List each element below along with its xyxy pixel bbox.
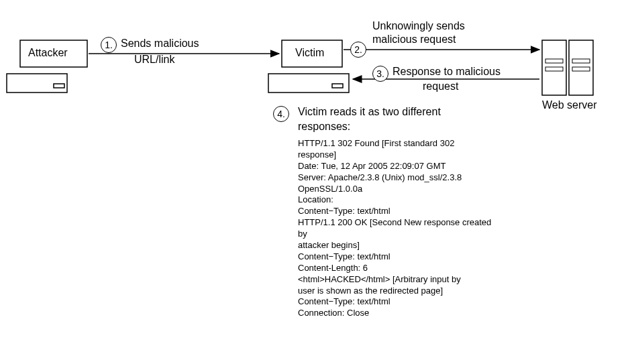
svg-rect-12 [572,67,590,71]
step-4-body-line: Content−Type: text/html [298,251,499,263]
step-4-body-line: attacker begins] [298,240,499,251]
svg-rect-5 [268,74,349,93]
step-1-number: 1. [101,37,117,53]
attacker-label: Attacker [28,47,68,59]
svg-rect-9 [545,59,563,63]
svg-rect-6 [332,84,343,88]
step-4-body-line: Location: [298,194,499,206]
step-4-body-line: HTTP/1.1 200 OK [Second New response cre… [298,217,499,240]
diagram-canvas: Attacker Victim Web server 1. Sends mali… [0,0,628,364]
step-4-body-line: Date: Tue, 12 Apr 2005 22:09:07 GMT [298,161,499,172]
step-3-number: 3. [372,66,388,82]
svg-rect-11 [572,59,590,63]
step-2-text-line1: Unknowingly sends [372,20,465,32]
step-4-body-line: <html>HACKED</html> [Arbitrary input by [298,274,499,286]
step-4-body-line: Server: Apache/2.3.8 (Unix) mod_ssl/2.3.… [298,172,499,184]
step-3-text-line2: request [423,80,458,93]
step-4-body-line: user is shown as the redirected page] [298,286,499,297]
step-2-text-line2: malicious request [372,34,456,46]
step-4-body-line: Content-Length: 6 [298,263,499,274]
step-4-body-line: Content−Type: text/html [298,296,499,308]
web-server-icon [542,40,593,95]
step-4-body-line: HTTP/1.1 302 Found [First standard 302 [298,138,499,149]
step-1-text-line2: URL/link [134,54,174,66]
step-1-text-line1: Sends malicious [121,38,199,50]
step-4-body-line: response] [298,149,499,161]
step-4-heading-line2: responses: [298,121,350,133]
webserver-label: Web server [542,99,597,111]
step-4-body-line: Connection: Close [298,308,499,319]
step-4-heading-line1: Victim reads it as two different [298,106,441,118]
step-2-number: 2. [350,42,366,58]
step-4-body-line: OpenSSL/1.0.0a [298,184,499,195]
step-3-text-line1: Response to malicious [392,66,501,78]
step-4-body-line: Content−Type: text/html [298,206,499,217]
svg-rect-10 [545,67,563,71]
step-4-number: 4. [273,106,289,122]
victim-label: Victim [295,47,324,59]
svg-rect-3 [54,84,64,88]
step-4-body: HTTP/1.1 302 Found [First standard 302re… [298,138,499,319]
svg-rect-2 [7,74,67,93]
